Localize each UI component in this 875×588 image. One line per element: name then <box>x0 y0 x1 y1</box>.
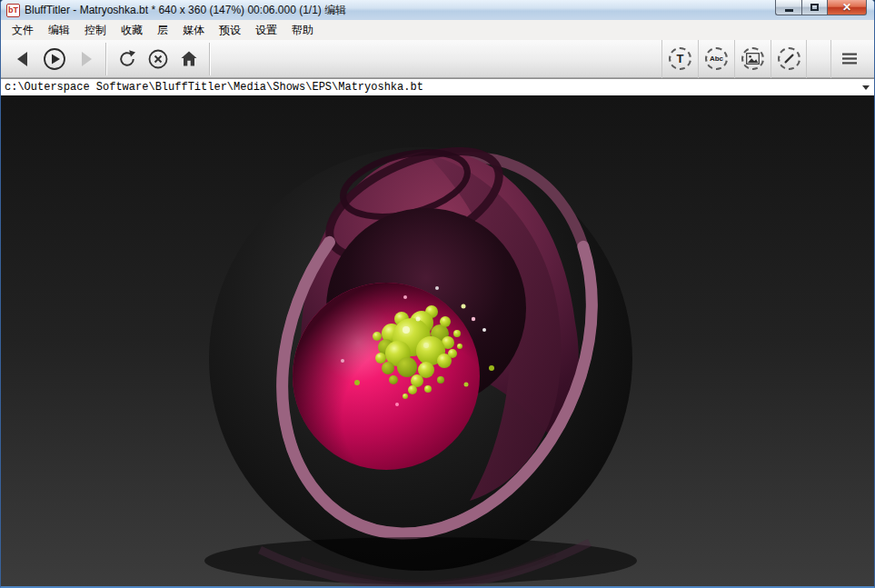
play-icon <box>43 47 66 71</box>
hamburger-menu-icon <box>841 52 858 65</box>
home-button[interactable] <box>174 44 204 75</box>
close-icon: ✕ <box>842 2 851 13</box>
text-layer-icon: T <box>669 47 691 70</box>
maximize-button[interactable] <box>801 0 828 15</box>
menu-favorites[interactable]: 收藏 <box>114 20 150 41</box>
menu-help[interactable]: 帮助 <box>284 20 321 41</box>
menu-edit[interactable]: 编辑 <box>41 20 77 41</box>
refresh-button[interactable] <box>112 44 143 75</box>
title-bar: bT BluffTitler - Matryoshka.bt * 640 x 3… <box>1 0 874 20</box>
sketch-icon <box>778 47 800 70</box>
maximize-icon <box>810 4 819 11</box>
add-text-layer-button[interactable]: T <box>661 40 698 78</box>
back-arrow-icon <box>13 48 35 70</box>
app-logo-icon: bT <box>6 4 20 17</box>
preview-render <box>1 95 874 586</box>
menu-control[interactable]: 控制 <box>77 20 114 41</box>
picture-icon <box>741 47 764 70</box>
play-button[interactable] <box>39 44 70 75</box>
cancel-button[interactable] <box>143 44 174 75</box>
close-button[interactable]: ✕ <box>828 0 867 15</box>
menu-media[interactable]: 媒体 <box>175 20 212 41</box>
forward-button[interactable] <box>70 44 101 75</box>
toolbar-separator <box>105 43 107 75</box>
menu-layer[interactable]: 层 <box>150 20 175 41</box>
menu-bar: 文件 编辑 控制 收藏 层 媒体 预设 设置 帮助 <box>1 20 874 40</box>
add-picture-layer-button[interactable] <box>734 40 771 78</box>
add-paragraph-layer-button[interactable]: Abc <box>698 40 734 78</box>
minimize-button[interactable] <box>775 0 801 15</box>
window-title: BluffTitler - Matryoshka.bt * 640 x 360 … <box>25 3 346 18</box>
toolbar-separator <box>209 43 211 75</box>
show-path-input[interactable] <box>1 80 858 95</box>
cancel-icon <box>147 48 169 70</box>
menu-file[interactable]: 文件 <box>5 20 41 41</box>
toolbar: T Abc <box>1 40 874 78</box>
forward-arrow-icon <box>75 48 96 70</box>
show-path-dropdown-button[interactable] <box>858 80 874 95</box>
menu-presets[interactable]: 预设 <box>212 20 248 41</box>
minimize-icon <box>785 9 793 12</box>
inner-sphere-magenta <box>293 283 480 470</box>
app-window: bT BluffTitler - Matryoshka.bt * 640 x 3… <box>0 0 875 588</box>
menu-settings[interactable]: 设置 <box>248 20 284 41</box>
back-button[interactable] <box>8 44 39 75</box>
main-menu-button[interactable] <box>830 40 867 78</box>
home-icon <box>178 48 200 70</box>
show-path-combo <box>1 78 874 95</box>
add-sketch-layer-button[interactable] <box>771 40 807 78</box>
dropdown-arrow-icon <box>862 85 870 90</box>
paragraph-layer-icon: Abc <box>705 47 728 70</box>
window-controls: ✕ <box>775 0 867 15</box>
layer-button-group: T Abc <box>661 40 807 78</box>
preview-viewport[interactable] <box>1 95 874 586</box>
refresh-icon <box>116 48 138 70</box>
